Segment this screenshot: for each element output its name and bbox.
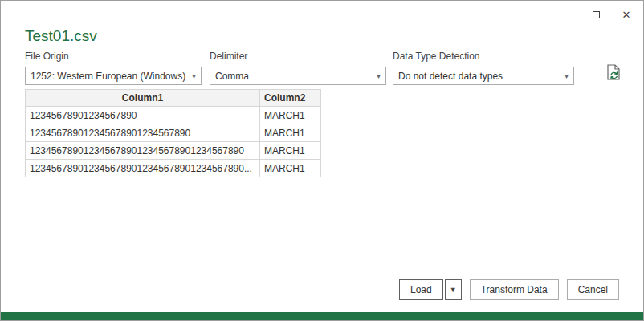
maximize-button[interactable] bbox=[589, 7, 603, 22]
table-cell[interactable]: MARCH1 bbox=[260, 142, 321, 160]
window-controls: ✕ bbox=[589, 7, 634, 22]
delimiter-dropdown[interactable]: Comma ▾ bbox=[210, 67, 386, 85]
data-type-detection-dropdown[interactable]: Do not detect data types ▾ bbox=[393, 67, 574, 85]
table-header-row: Column1Column2 bbox=[26, 90, 321, 107]
accent-bar bbox=[1, 312, 643, 320]
column-header-1[interactable]: Column1 bbox=[26, 90, 260, 107]
maximize-icon bbox=[593, 11, 600, 18]
refresh-preview-button[interactable] bbox=[605, 63, 624, 86]
file-origin-value: 1252: Western European (Windows) bbox=[31, 71, 189, 82]
table-cell[interactable]: MARCH1 bbox=[260, 107, 321, 124]
table-row: 1234567890123456789012345678901234567890… bbox=[26, 142, 321, 160]
table-cell[interactable]: 123456789012345678901234567890 bbox=[26, 124, 260, 142]
table-row: 12345678901234567890MARCH1 bbox=[26, 107, 321, 124]
data-type-detection-label: Data Type Detection bbox=[393, 51, 574, 62]
close-button[interactable]: ✕ bbox=[619, 7, 634, 22]
table-cell[interactable]: 12345678901234567890 bbox=[26, 107, 260, 124]
data-type-detection-field: Data Type Detection Do not detect data t… bbox=[393, 51, 574, 85]
delimiter-field: Delimiter Comma ▾ bbox=[210, 51, 386, 85]
table-cell[interactable]: MARCH1 bbox=[260, 124, 321, 142]
load-options-arrow-button[interactable]: ▼ bbox=[445, 279, 462, 300]
file-origin-field: File Origin 1252: Western European (Wind… bbox=[25, 51, 202, 85]
preview-table: Column1Column2 12345678901234567890MARCH… bbox=[25, 89, 321, 177]
chevron-down-icon: ▾ bbox=[565, 71, 569, 80]
cancel-button[interactable]: Cancel bbox=[567, 279, 619, 300]
column-header-2[interactable]: Column2 bbox=[260, 90, 321, 107]
table-row: 123456789012345678901234567890MARCH1 bbox=[26, 124, 321, 142]
delimiter-label: Delimiter bbox=[210, 51, 386, 62]
delimiter-value: Comma bbox=[215, 71, 373, 82]
transform-data-button[interactable]: Transform Data bbox=[470, 279, 559, 300]
chevron-down-icon: ▾ bbox=[192, 71, 196, 80]
file-origin-dropdown[interactable]: 1252: Western European (Windows) ▾ bbox=[25, 67, 202, 85]
dialog-footer: Load ▼ Transform Data Cancel bbox=[399, 279, 619, 300]
csv-import-dialog: ✕ Test01.csv File Origin 1252: Western E… bbox=[0, 0, 644, 321]
table-cell[interactable]: MARCH1 bbox=[260, 160, 321, 177]
chevron-down-icon: ▾ bbox=[377, 71, 381, 80]
table-cell[interactable]: 1234567890123456789012345678901234567890… bbox=[26, 160, 260, 177]
load-button[interactable]: Load bbox=[399, 279, 443, 300]
data-type-detection-value: Do not detect data types bbox=[398, 71, 561, 82]
load-split-button: Load ▼ bbox=[399, 279, 462, 300]
table-cell[interactable]: 1234567890123456789012345678901234567890 bbox=[26, 142, 260, 160]
refresh-preview-icon bbox=[605, 64, 623, 85]
file-title: Test01.csv bbox=[25, 27, 97, 45]
file-origin-label: File Origin bbox=[25, 51, 202, 62]
close-icon: ✕ bbox=[622, 9, 631, 21]
table-row: 1234567890123456789012345678901234567890… bbox=[26, 160, 321, 177]
